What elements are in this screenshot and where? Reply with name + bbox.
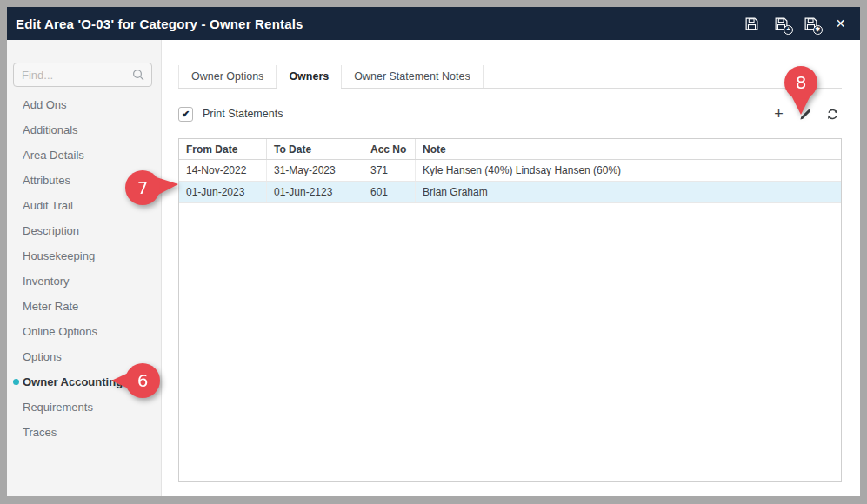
- selected-bullet-icon: [13, 379, 19, 385]
- table-empty-area: [179, 203, 841, 481]
- tab-owner-options[interactable]: Owner Options: [178, 65, 276, 88]
- table-actions: +: [771, 107, 842, 122]
- tab-owners[interactable]: Owners: [276, 65, 341, 88]
- table-cell: Brian Graham: [416, 182, 841, 202]
- sidebar-item-label: Audit Trail: [23, 199, 73, 212]
- sidebar-item-label: Options: [23, 350, 62, 363]
- table-row[interactable]: 01-Jun-202301-Jun-2123601Brian Graham: [179, 182, 841, 203]
- search-input[interactable]: [13, 63, 152, 87]
- table-cell: 01-Jun-2123: [267, 182, 363, 202]
- sidebar-item-description[interactable]: Description: [7, 218, 161, 243]
- sidebar-item-label: Inventory: [23, 275, 69, 288]
- floppy-icon: [744, 17, 759, 31]
- close-icon[interactable]: ✕: [832, 16, 849, 32]
- sidebar-item-label: Housekeeping: [23, 249, 95, 262]
- sidebar-item-inventory[interactable]: Inventory: [7, 269, 161, 294]
- column-header-note[interactable]: Note: [416, 139, 841, 159]
- sidebar-item-audit-trail[interactable]: Audit Trail: [7, 193, 161, 218]
- sidebar-item-requirements[interactable]: Requirements: [7, 395, 161, 420]
- plus-badge-icon: +: [784, 25, 793, 35]
- table-cell: Kyle Hansen (40%) Lindsay Hansen (60%): [416, 160, 841, 181]
- sidebar-item-add-ons[interactable]: Add Ons: [7, 92, 161, 117]
- sidebar-item-label: Traces: [23, 426, 57, 439]
- table-cell: 14-Nov-2022: [179, 160, 267, 181]
- table-cell: 601: [363, 182, 416, 202]
- refresh-arrows-icon: [826, 108, 839, 121]
- pencil-icon: [799, 108, 812, 121]
- sidebar-item-label: Meter Rate: [23, 300, 78, 313]
- save-icon[interactable]: [744, 16, 760, 32]
- edit-icon[interactable]: [798, 107, 813, 122]
- refresh-icon[interactable]: [825, 107, 840, 122]
- table-row[interactable]: 14-Nov-202231-May-2023371Kyle Hansen (40…: [179, 160, 841, 182]
- plus-glyph: +: [774, 107, 784, 121]
- tab-bar: Owner OptionsOwnersOwner Statement Notes: [178, 65, 842, 89]
- save-settings-icon[interactable]: ✱: [803, 16, 819, 32]
- sidebar-item-area-details[interactable]: Area Details: [7, 143, 161, 168]
- sidebar-item-label: Additionals: [23, 123, 78, 136]
- add-icon[interactable]: +: [771, 107, 786, 122]
- sidebar-item-label: Online Options: [23, 325, 97, 338]
- column-header-acc-no[interactable]: Acc No: [363, 139, 416, 159]
- edit-area-dialog: Edit Area 'O-03' for Category - Owner Re…: [7, 7, 860, 496]
- owners-table: From DateTo DateAcc NoNote 14-Nov-202231…: [178, 138, 842, 482]
- table-cell: 01-Jun-2023: [179, 182, 267, 202]
- column-header-from-date[interactable]: From Date: [179, 139, 267, 159]
- sidebar-item-label: Owner Accounting: [23, 375, 123, 388]
- dialog-body: Add OnsAdditionalsArea DetailsAttributes…: [7, 40, 860, 496]
- checkmark-icon: ✔: [182, 109, 190, 120]
- sidebar-item-options[interactable]: Options: [7, 344, 161, 369]
- toolbar: ✔ Print Statements +: [178, 102, 842, 126]
- sidebar: Add OnsAdditionalsArea DetailsAttributes…: [7, 40, 162, 496]
- sidebar-item-label: Description: [23, 224, 79, 237]
- sidebar-item-label: Add Ons: [23, 98, 67, 111]
- sidebar-item-housekeeping[interactable]: Housekeeping: [7, 243, 161, 269]
- table-cell: 371: [363, 160, 416, 181]
- column-header-to-date[interactable]: To Date: [267, 139, 363, 159]
- dialog-title: Edit Area 'O-03' for Category - Owner Re…: [16, 17, 303, 31]
- titlebar: Edit Area 'O-03' for Category - Owner Re…: [7, 7, 860, 40]
- sidebar-item-label: Requirements: [23, 401, 93, 414]
- sidebar-item-attributes[interactable]: Attributes: [7, 168, 161, 193]
- sidebar-item-online-options[interactable]: Online Options: [7, 319, 161, 344]
- tab-owner-statement-notes[interactable]: Owner Statement Notes: [341, 65, 483, 88]
- print-statements-checkbox[interactable]: ✔: [178, 107, 193, 122]
- sidebar-item-traces[interactable]: Traces: [7, 420, 161, 445]
- main-panel: Owner OptionsOwnersOwner Statement Notes…: [162, 40, 860, 496]
- close-glyph: ✕: [836, 16, 846, 32]
- sidebar-nav: Add OnsAdditionalsArea DetailsAttributes…: [7, 92, 161, 445]
- table-cell: 31-May-2023: [267, 160, 363, 181]
- save-add-icon[interactable]: +: [773, 16, 790, 32]
- sidebar-item-label: Area Details: [23, 149, 84, 162]
- sidebar-item-label: Attributes: [23, 174, 70, 187]
- search-icon: [132, 69, 144, 81]
- table-header: From DateTo DateAcc NoNote: [179, 139, 841, 160]
- print-statements-label: Print Statements: [203, 108, 283, 120]
- sidebar-item-additionals[interactable]: Additionals: [7, 117, 161, 143]
- gear-badge-icon: ✱: [813, 25, 823, 35]
- sidebar-item-meter-rate[interactable]: Meter Rate: [7, 294, 161, 319]
- titlebar-actions: + ✱ ✕: [744, 16, 849, 32]
- sidebar-search: [13, 63, 152, 87]
- sidebar-item-owner-accounting[interactable]: Owner Accounting: [7, 369, 161, 395]
